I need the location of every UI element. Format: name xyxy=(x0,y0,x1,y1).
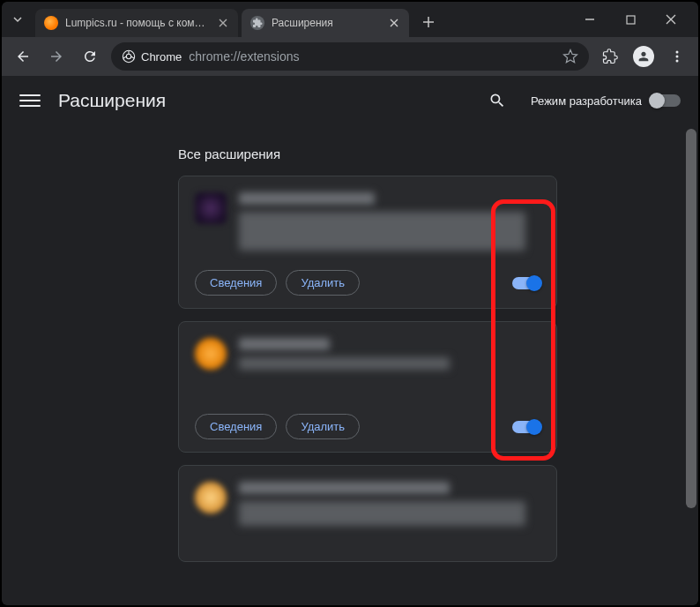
search-icon[interactable] xyxy=(481,85,513,116)
address-bar[interactable]: Chrome chrome://extensions xyxy=(111,42,589,71)
back-button[interactable] xyxy=(11,44,35,69)
svg-point-3 xyxy=(676,51,679,54)
remove-button[interactable]: Удалить xyxy=(286,414,360,439)
extension-card: Сведения Удалить xyxy=(178,176,557,309)
forward-button[interactable] xyxy=(44,44,69,69)
svg-rect-0 xyxy=(627,16,635,24)
extension-card xyxy=(178,465,557,562)
svg-point-5 xyxy=(676,60,679,63)
remove-button[interactable]: Удалить xyxy=(286,270,360,296)
developer-mode-label: Режим разработчика xyxy=(531,94,642,108)
scrollbar[interactable] xyxy=(686,129,696,508)
browser-tab[interactable]: Lumpics.ru - помощь с компью xyxy=(35,9,238,37)
developer-mode: Режим разработчика xyxy=(531,94,681,108)
extension-card: Сведения Удалить xyxy=(178,321,557,453)
svg-point-4 xyxy=(676,56,679,58)
tab-title: Расширения xyxy=(272,17,381,29)
toolbar: Chrome chrome://extensions xyxy=(2,37,698,76)
window-controls xyxy=(570,2,691,37)
page-title: Расширения xyxy=(58,90,166,111)
bookmark-star-icon[interactable] xyxy=(562,49,578,64)
menu-icon[interactable] xyxy=(19,90,41,111)
extension-name-blurred xyxy=(239,192,375,205)
reload-button[interactable] xyxy=(78,44,102,69)
close-tab-icon[interactable] xyxy=(388,17,400,29)
close-tab-icon[interactable] xyxy=(217,17,229,29)
extension-name-blurred xyxy=(239,338,330,350)
extension-icon xyxy=(195,192,227,224)
details-button[interactable]: Сведения xyxy=(195,414,277,439)
close-window-button[interactable] xyxy=(651,2,691,37)
extension-description-blurred xyxy=(239,501,525,526)
titlebar: Lumpics.ru - помощь с компью Расширения xyxy=(2,2,698,37)
tab-favicon xyxy=(44,16,58,30)
details-button[interactable]: Сведения xyxy=(195,270,277,296)
svg-point-2 xyxy=(126,54,130,58)
extension-name-blurred xyxy=(239,482,450,494)
extension-description-blurred xyxy=(239,212,525,251)
maximize-button[interactable] xyxy=(610,2,651,37)
minimize-button[interactable] xyxy=(570,2,610,37)
chrome-badge-label: Chrome xyxy=(141,50,182,64)
content-area: Все расширения Сведения Удалить xyxy=(2,125,698,605)
page-header: Расширения Режим разработчика xyxy=(2,76,698,125)
tab-title: Lumpics.ru - помощь с компью xyxy=(65,17,210,29)
extension-icon xyxy=(195,482,227,513)
chrome-badge: Chrome xyxy=(122,49,182,64)
extension-description-blurred xyxy=(239,357,450,370)
extension-icon xyxy=(195,338,227,370)
extensions-page: Расширения Режим разработчика Все расшир… xyxy=(2,76,698,605)
all-extensions-heading: Все расширения xyxy=(178,146,557,161)
browser-tab[interactable]: Расширения xyxy=(242,9,409,37)
profile-avatar[interactable] xyxy=(631,44,656,69)
extension-toggle[interactable] xyxy=(512,277,540,289)
menu-button[interactable] xyxy=(665,44,689,69)
extension-icon xyxy=(252,18,263,28)
chrome-icon xyxy=(122,49,136,64)
url-text: chrome://extensions xyxy=(189,49,299,64)
developer-mode-toggle[interactable] xyxy=(651,94,681,107)
new-tab-button[interactable] xyxy=(416,10,441,34)
tab-favicon xyxy=(250,16,264,30)
tab-search-dropdown[interactable] xyxy=(9,11,26,28)
extensions-toolbar-icon[interactable] xyxy=(598,44,622,69)
extension-toggle[interactable] xyxy=(512,421,540,433)
